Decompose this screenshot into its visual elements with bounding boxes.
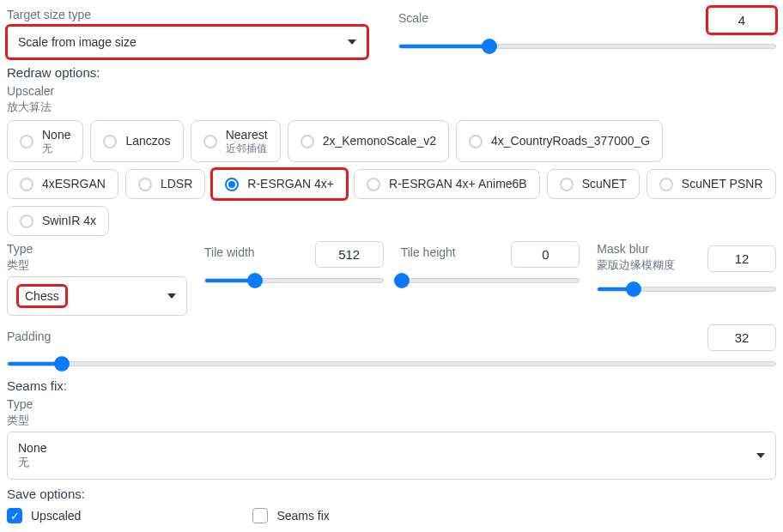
upscaler-option-label: SwinIR 4x <box>42 214 96 228</box>
tile-height-slider[interactable] <box>401 273 580 288</box>
upscaler-option-label: ScuNET PSNR <box>682 177 763 191</box>
seams-fix-title: Seams fix: <box>7 378 776 393</box>
scale-label: Scale <box>398 10 428 26</box>
padding-input[interactable]: 32 <box>707 324 776 351</box>
padding-label: Padding <box>7 329 51 344</box>
upscaled-label: Upscaled <box>31 509 81 523</box>
radio-icon <box>103 135 117 148</box>
upscaler-option-label: R-ESRGAN 4x+ <box>247 177 334 191</box>
upscaler-option-label: 4x_CountryRoads_377000_G <box>491 134 650 148</box>
upscaler-option[interactable]: Lanczos <box>90 120 183 162</box>
tile-width-label: Tile width <box>204 245 255 260</box>
upscaler-option[interactable]: SwinIR 4x <box>7 206 109 236</box>
chevron-down-icon <box>348 39 356 45</box>
tile-height-label: Tile height <box>401 245 456 260</box>
upscaler-option[interactable]: 4xESRGAN <box>7 169 118 199</box>
radio-icon <box>138 178 152 191</box>
upscaler-option-label: 2x_KemonoScale_v2 <box>323 134 436 148</box>
upscaler-option-label: Nearest近邻插值 <box>226 128 268 154</box>
upscaler-option[interactable]: ScuNET <box>547 169 640 199</box>
checkbox-icon: ✓ <box>7 508 22 523</box>
seamsfix-label: Seams fix <box>276 509 329 523</box>
target-size-value: Scale from image size <box>18 35 137 49</box>
upscaler-option-label: LDSR <box>161 177 192 191</box>
upscaler-option[interactable]: 2x_KemonoScale_v2 <box>288 120 449 162</box>
seamsfix-checkbox[interactable]: Seams fix <box>252 508 329 523</box>
radio-icon <box>203 135 217 148</box>
radio-icon <box>659 178 673 191</box>
tile-height-input[interactable]: 0 <box>511 241 580 268</box>
scale-slider[interactable] <box>398 39 776 54</box>
seams-type-label: Type类型 <box>7 396 776 428</box>
type-label: Type类型 <box>7 241 187 273</box>
radio-icon <box>20 215 33 228</box>
radio-icon <box>300 135 314 148</box>
redraw-title: Redraw options: <box>7 65 776 80</box>
upscaler-label: Upscaler 放大算法 <box>7 83 776 115</box>
tile-width-slider[interactable] <box>204 273 384 288</box>
type-select[interactable]: Chess <box>7 276 187 316</box>
mask-blur-slider[interactable] <box>597 281 776 297</box>
radio-icon <box>225 178 239 191</box>
tile-width-input[interactable]: 512 <box>315 241 384 268</box>
upscaler-option[interactable]: Nearest近邻插值 <box>191 120 281 162</box>
padding-slider[interactable] <box>7 356 776 372</box>
upscaler-option[interactable]: None无 <box>7 120 83 162</box>
radio-icon <box>469 135 483 148</box>
upscaler-radio-group: None无LanczosNearest近邻插值2x_KemonoScale_v2… <box>7 120 776 236</box>
upscaler-option-label: Lanczos <box>125 134 170 148</box>
mask-blur-input[interactable]: 12 <box>707 245 776 272</box>
target-size-label: Target size type <box>7 7 385 22</box>
radio-icon <box>20 178 33 191</box>
upscaler-option[interactable]: LDSR <box>125 169 205 199</box>
chevron-down-icon <box>756 453 765 458</box>
seams-type-value: None无 <box>18 441 46 470</box>
radio-icon <box>560 178 574 191</box>
upscaler-option-label: None无 <box>42 128 70 154</box>
upscaler-option[interactable]: ScuNET PSNR <box>646 169 776 199</box>
mask-blur-label: Mask blur蒙版边缘模糊度 <box>597 241 675 273</box>
upscaler-option[interactable]: R-ESRGAN 4x+ <box>212 169 347 199</box>
checkbox-icon <box>252 508 268 523</box>
chevron-down-icon <box>167 293 176 299</box>
seams-type-select[interactable]: None无 <box>7 432 776 480</box>
upscaler-option[interactable]: 4x_CountryRoads_377000_G <box>456 120 663 162</box>
upscaled-checkbox[interactable]: ✓ Upscaled <box>7 508 81 523</box>
type-value: Chess <box>18 286 66 306</box>
radio-icon <box>367 178 380 191</box>
radio-icon <box>20 135 33 148</box>
upscaler-option[interactable]: R-ESRGAN 4x+ Anime6B <box>354 169 540 199</box>
save-options-title: Save options: <box>7 487 776 501</box>
target-size-select[interactable]: Scale from image size <box>7 26 367 58</box>
scale-input[interactable]: 4 <box>707 7 776 33</box>
upscaler-option-label: R-ESRGAN 4x+ Anime6B <box>389 177 527 191</box>
upscaler-option-label: 4xESRGAN <box>42 177 106 191</box>
upscaler-option-label: ScuNET <box>582 177 627 191</box>
